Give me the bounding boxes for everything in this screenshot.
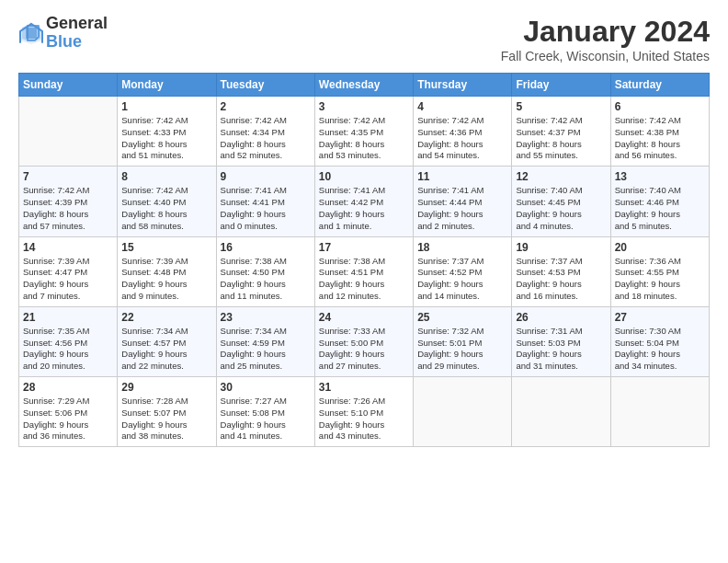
table-row: 31Sunrise: 7:26 AM Sunset: 5:10 PM Dayli… bbox=[314, 377, 413, 447]
table-row bbox=[414, 377, 512, 447]
calendar-table: Sunday Monday Tuesday Wednesday Thursday… bbox=[18, 73, 710, 447]
table-row: 10Sunrise: 7:41 AM Sunset: 4:42 PM Dayli… bbox=[314, 167, 413, 236]
day-number: 10 bbox=[319, 170, 409, 183]
day-info: Sunrise: 7:40 AM Sunset: 4:45 PM Dayligh… bbox=[516, 185, 606, 232]
day-number: 5 bbox=[516, 100, 606, 113]
day-info: Sunrise: 7:41 AM Sunset: 4:41 PM Dayligh… bbox=[221, 185, 311, 232]
table-row: 9Sunrise: 7:41 AM Sunset: 4:41 PM Daylig… bbox=[216, 167, 314, 236]
day-number: 9 bbox=[221, 170, 311, 183]
calendar-row-3: 21Sunrise: 7:35 AM Sunset: 4:56 PM Dayli… bbox=[19, 306, 710, 376]
day-info: Sunrise: 7:42 AM Sunset: 4:34 PM Dayligh… bbox=[221, 115, 311, 162]
col-monday: Monday bbox=[118, 74, 216, 97]
col-sunday: Sunday bbox=[19, 74, 118, 97]
day-info: Sunrise: 7:26 AM Sunset: 5:10 PM Dayligh… bbox=[319, 396, 409, 442]
table-row: 4Sunrise: 7:42 AM Sunset: 4:36 PM Daylig… bbox=[414, 97, 512, 167]
day-info: Sunrise: 7:35 AM Sunset: 4:56 PM Dayligh… bbox=[23, 326, 113, 373]
day-number: 28 bbox=[23, 381, 113, 394]
day-number: 12 bbox=[516, 170, 606, 183]
calendar-row-1: 7Sunrise: 7:42 AM Sunset: 4:39 PM Daylig… bbox=[19, 167, 710, 236]
day-info: Sunrise: 7:42 AM Sunset: 4:35 PM Dayligh… bbox=[319, 115, 409, 162]
day-info: Sunrise: 7:42 AM Sunset: 4:38 PM Dayligh… bbox=[615, 115, 705, 162]
day-number: 20 bbox=[615, 241, 705, 254]
day-number: 4 bbox=[417, 100, 507, 113]
day-number: 7 bbox=[23, 170, 113, 183]
day-info: Sunrise: 7:30 AM Sunset: 5:04 PM Dayligh… bbox=[615, 326, 705, 373]
day-info: Sunrise: 7:37 AM Sunset: 4:53 PM Dayligh… bbox=[516, 256, 606, 303]
location: Fall Creek, Wisconsin, United States bbox=[501, 49, 710, 63]
day-info: Sunrise: 7:41 AM Sunset: 4:42 PM Dayligh… bbox=[319, 185, 409, 232]
day-info: Sunrise: 7:34 AM Sunset: 4:57 PM Dayligh… bbox=[121, 326, 211, 373]
table-row: 22Sunrise: 7:34 AM Sunset: 4:57 PM Dayli… bbox=[118, 306, 216, 376]
page: General Blue January 2024 Fall Creek, Wi… bbox=[0, 0, 728, 563]
day-info: Sunrise: 7:42 AM Sunset: 4:40 PM Dayligh… bbox=[121, 185, 211, 232]
day-info: Sunrise: 7:32 AM Sunset: 5:01 PM Dayligh… bbox=[417, 326, 507, 373]
day-number: 25 bbox=[417, 311, 507, 324]
table-row: 29Sunrise: 7:28 AM Sunset: 5:07 PM Dayli… bbox=[118, 377, 216, 447]
calendar-header-row: Sunday Monday Tuesday Wednesday Thursday… bbox=[19, 74, 710, 97]
day-number: 30 bbox=[221, 381, 311, 394]
table-row: 11Sunrise: 7:41 AM Sunset: 4:44 PM Dayli… bbox=[414, 167, 512, 236]
day-number: 27 bbox=[615, 311, 705, 324]
logo-blue-text: Blue bbox=[46, 33, 108, 52]
table-row: 23Sunrise: 7:34 AM Sunset: 4:59 PM Dayli… bbox=[216, 306, 314, 376]
day-info: Sunrise: 7:42 AM Sunset: 4:36 PM Dayligh… bbox=[417, 115, 507, 162]
col-thursday: Thursday bbox=[414, 74, 512, 97]
day-number: 2 bbox=[221, 100, 311, 113]
table-row: 2Sunrise: 7:42 AM Sunset: 4:34 PM Daylig… bbox=[216, 97, 314, 167]
day-info: Sunrise: 7:42 AM Sunset: 4:33 PM Dayligh… bbox=[121, 115, 211, 162]
day-info: Sunrise: 7:27 AM Sunset: 5:08 PM Dayligh… bbox=[221, 396, 311, 442]
day-info: Sunrise: 7:38 AM Sunset: 4:51 PM Dayligh… bbox=[319, 256, 409, 303]
table-row: 27Sunrise: 7:30 AM Sunset: 5:04 PM Dayli… bbox=[610, 306, 709, 376]
day-number: 21 bbox=[23, 311, 113, 324]
day-number: 29 bbox=[121, 381, 211, 394]
day-info: Sunrise: 7:42 AM Sunset: 4:37 PM Dayligh… bbox=[516, 115, 606, 162]
col-tuesday: Tuesday bbox=[216, 74, 314, 97]
day-number: 11 bbox=[417, 170, 507, 183]
table-row: 20Sunrise: 7:36 AM Sunset: 4:55 PM Dayli… bbox=[610, 236, 709, 306]
table-row: 21Sunrise: 7:35 AM Sunset: 4:56 PM Dayli… bbox=[19, 306, 118, 376]
table-row: 1Sunrise: 7:42 AM Sunset: 4:33 PM Daylig… bbox=[118, 97, 216, 167]
header: General Blue January 2024 Fall Creek, Wi… bbox=[18, 15, 710, 63]
col-saturday: Saturday bbox=[610, 74, 709, 97]
day-number: 8 bbox=[121, 170, 211, 183]
logo-icon bbox=[18, 20, 44, 46]
table-row: 30Sunrise: 7:27 AM Sunset: 5:08 PM Dayli… bbox=[216, 377, 314, 447]
day-info: Sunrise: 7:40 AM Sunset: 4:46 PM Dayligh… bbox=[615, 185, 705, 232]
day-number: 15 bbox=[121, 241, 211, 254]
day-number: 16 bbox=[221, 241, 311, 254]
logo-text: General Blue bbox=[46, 15, 108, 52]
day-number: 18 bbox=[417, 241, 507, 254]
day-number: 17 bbox=[319, 241, 409, 254]
table-row: 28Sunrise: 7:29 AM Sunset: 5:06 PM Dayli… bbox=[19, 377, 118, 447]
table-row: 6Sunrise: 7:42 AM Sunset: 4:38 PM Daylig… bbox=[610, 97, 709, 167]
day-info: Sunrise: 7:38 AM Sunset: 4:50 PM Dayligh… bbox=[221, 256, 311, 303]
calendar-row-0: 1Sunrise: 7:42 AM Sunset: 4:33 PM Daylig… bbox=[19, 97, 710, 167]
day-info: Sunrise: 7:39 AM Sunset: 4:47 PM Dayligh… bbox=[23, 256, 113, 303]
col-friday: Friday bbox=[512, 74, 610, 97]
table-row: 26Sunrise: 7:31 AM Sunset: 5:03 PM Dayli… bbox=[512, 306, 610, 376]
table-row: 25Sunrise: 7:32 AM Sunset: 5:01 PM Dayli… bbox=[414, 306, 512, 376]
day-info: Sunrise: 7:33 AM Sunset: 5:00 PM Dayligh… bbox=[319, 326, 409, 373]
day-info: Sunrise: 7:36 AM Sunset: 4:55 PM Dayligh… bbox=[615, 256, 705, 303]
calendar-row-4: 28Sunrise: 7:29 AM Sunset: 5:06 PM Dayli… bbox=[19, 377, 710, 447]
day-number: 1 bbox=[121, 100, 211, 113]
table-row: 14Sunrise: 7:39 AM Sunset: 4:47 PM Dayli… bbox=[19, 236, 118, 306]
day-info: Sunrise: 7:37 AM Sunset: 4:52 PM Dayligh… bbox=[417, 256, 507, 303]
table-row bbox=[512, 377, 610, 447]
day-number: 13 bbox=[615, 170, 705, 183]
day-number: 6 bbox=[615, 100, 705, 113]
day-number: 26 bbox=[516, 311, 606, 324]
month-title: January 2024 bbox=[501, 15, 710, 49]
table-row: 18Sunrise: 7:37 AM Sunset: 4:52 PM Dayli… bbox=[414, 236, 512, 306]
logo-general-text: General bbox=[46, 15, 108, 33]
day-info: Sunrise: 7:34 AM Sunset: 4:59 PM Dayligh… bbox=[221, 326, 311, 373]
table-row: 7Sunrise: 7:42 AM Sunset: 4:39 PM Daylig… bbox=[19, 167, 118, 236]
table-row: 8Sunrise: 7:42 AM Sunset: 4:40 PM Daylig… bbox=[118, 167, 216, 236]
table-row: 16Sunrise: 7:38 AM Sunset: 4:50 PM Dayli… bbox=[216, 236, 314, 306]
table-row: 24Sunrise: 7:33 AM Sunset: 5:00 PM Dayli… bbox=[314, 306, 413, 376]
table-row bbox=[610, 377, 709, 447]
table-row: 3Sunrise: 7:42 AM Sunset: 4:35 PM Daylig… bbox=[314, 97, 413, 167]
svg-rect-1 bbox=[26, 28, 37, 39]
title-block: January 2024 Fall Creek, Wisconsin, Unit… bbox=[501, 15, 710, 63]
col-wednesday: Wednesday bbox=[314, 74, 413, 97]
